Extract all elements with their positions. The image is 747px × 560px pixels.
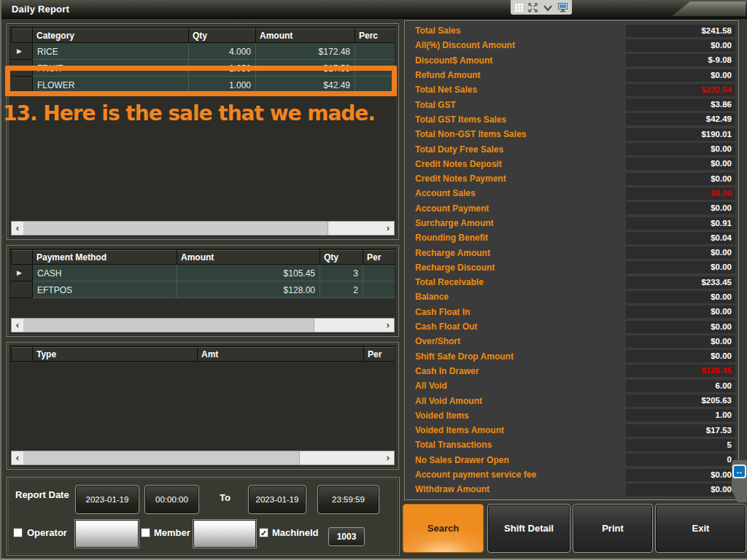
table-row[interactable]: EFTPOS$128.002 bbox=[11, 281, 395, 298]
stat-value: $0.00 bbox=[626, 187, 735, 200]
teamviewer-icon[interactable]: ↔ bbox=[732, 464, 746, 478]
scroll-thumb[interactable] bbox=[23, 222, 328, 235]
stat-row: Credit Notes Deposit$0.00 bbox=[405, 157, 738, 171]
stat-label: Withdraw Amount bbox=[405, 484, 626, 494]
stat-label: All Void Amount bbox=[405, 396, 626, 406]
print-button[interactable]: Print bbox=[573, 504, 653, 553]
stat-row: Total Duty Free Sales$0.00 bbox=[405, 141, 738, 156]
stat-value: $0.00 bbox=[626, 69, 735, 82]
stat-value: $0.04 bbox=[626, 232, 735, 244]
scroll-thumb[interactable] bbox=[23, 451, 300, 464]
column-header[interactable]: Per bbox=[363, 249, 395, 265]
machineid-value-button[interactable]: 1003 bbox=[328, 527, 365, 546]
stat-label: Refund Amount bbox=[405, 70, 626, 80]
cell: RICE bbox=[33, 43, 189, 60]
monitor-icon[interactable] bbox=[557, 2, 568, 12]
scroll-track[interactable] bbox=[23, 451, 382, 464]
member-checkbox[interactable] bbox=[141, 528, 150, 537]
cell: 3 bbox=[320, 265, 363, 281]
scroll-right-icon[interactable]: › bbox=[382, 319, 394, 332]
column-header[interactable]: Per bbox=[364, 346, 395, 362]
search-button[interactable]: Search bbox=[403, 504, 484, 553]
stat-row: Account Sales$0.00 bbox=[405, 186, 738, 201]
column-header[interactable]: Type bbox=[33, 346, 198, 362]
titlebar-tab bbox=[671, 1, 746, 17]
stat-value: $233.45 bbox=[626, 276, 735, 289]
scroll-thumb[interactable] bbox=[23, 319, 314, 332]
operator-checkbox[interactable] bbox=[13, 528, 23, 537]
stat-row: Voided Items1.00 bbox=[405, 408, 738, 423]
column-header[interactable]: Category bbox=[33, 28, 189, 43]
scroll-left-icon[interactable]: ‹ bbox=[12, 222, 23, 235]
stat-row: Recharge Discount$0.00 bbox=[405, 260, 738, 275]
table-row[interactable]: ▶CASH$105.453 bbox=[11, 265, 395, 281]
column-header[interactable]: Amount bbox=[256, 28, 355, 43]
scroll-left-icon[interactable]: ‹ bbox=[12, 319, 23, 332]
stat-row: Shift Safe Drop Amount$0.00 bbox=[405, 349, 738, 364]
stat-row: Discount$ Amount$-9.08 bbox=[405, 53, 738, 68]
row-selector[interactable] bbox=[11, 281, 33, 298]
stat-value: 1.00 bbox=[626, 409, 735, 421]
scroll-left-icon[interactable]: ‹ bbox=[12, 451, 23, 464]
stat-value: $241.58 bbox=[626, 25, 735, 37]
stat-row: Total Receivable$233.45 bbox=[405, 275, 738, 289]
shift-detail-button[interactable]: Shift Detail bbox=[487, 504, 570, 553]
annotation-highlight-box bbox=[5, 66, 397, 96]
to-date-button[interactable]: 2023-01-19 bbox=[248, 485, 306, 514]
stat-row: Credit Notes Payment$0.00 bbox=[405, 171, 738, 186]
stat-row: Total GST$3.86 bbox=[405, 97, 738, 112]
stat-label: Total GST bbox=[405, 100, 626, 110]
from-time-button[interactable]: 00:00:00 bbox=[144, 485, 199, 514]
machineid-checkbox[interactable]: ✓ bbox=[259, 528, 268, 537]
column-header[interactable]: Qty bbox=[320, 249, 363, 265]
payment-table-hscrollbar[interactable]: ‹ › bbox=[11, 318, 395, 332]
stat-label: Credit Notes Payment bbox=[405, 174, 626, 184]
stat-value: $0.00 bbox=[626, 173, 735, 185]
stat-label: Total Sales bbox=[405, 26, 626, 36]
member-input[interactable] bbox=[193, 520, 256, 548]
column-header[interactable]: Qty bbox=[189, 28, 256, 43]
stat-row: Cash In Drawer$105.45 bbox=[405, 364, 738, 378]
stat-label: Total Duty Free Sales bbox=[405, 144, 626, 155]
scroll-track[interactable] bbox=[23, 319, 382, 332]
chevron-down-icon[interactable] bbox=[543, 3, 553, 12]
column-header[interactable]: Payment Method bbox=[33, 249, 177, 265]
scroll-track[interactable] bbox=[23, 222, 382, 235]
stat-value: 5 bbox=[626, 439, 735, 451]
scroll-right-icon[interactable]: › bbox=[382, 451, 394, 464]
stat-label: Cash In Drawer bbox=[405, 366, 626, 376]
column-header[interactable]: Amt bbox=[198, 346, 364, 362]
stat-label: Balance bbox=[405, 292, 626, 302]
from-date-button[interactable]: 2023-01-19 bbox=[75, 485, 139, 514]
machineid-label: MachineId bbox=[272, 527, 319, 538]
column-header[interactable]: Perc bbox=[355, 28, 395, 43]
operator-input[interactable] bbox=[75, 520, 139, 548]
stat-value: $190.01 bbox=[626, 128, 735, 141]
summary-stats-panel: Total Sales$241.58All(%) Discount Amount… bbox=[404, 20, 739, 500]
row-selector[interactable]: ▶ bbox=[11, 265, 33, 281]
scroll-right-icon[interactable]: › bbox=[382, 222, 394, 235]
expand-icon[interactable] bbox=[528, 3, 538, 12]
row-selector[interactable]: ▶ bbox=[11, 43, 33, 60]
stat-label: All Void bbox=[405, 381, 626, 391]
stat-row: Total Non-GST Items Sales$190.01 bbox=[405, 127, 738, 141]
exit-button[interactable]: Exit bbox=[655, 504, 746, 553]
stat-row: All(%) Discount Amount$0.00 bbox=[405, 38, 738, 52]
stat-value: $17.53 bbox=[626, 424, 735, 437]
stat-value: $0.00 bbox=[626, 321, 735, 333]
stat-label: All(%) Discount Amount bbox=[405, 40, 626, 50]
type-table-hscrollbar[interactable]: ‹ › bbox=[11, 451, 395, 465]
stat-label: Total Non-GST Items Sales bbox=[405, 129, 626, 139]
stat-label: Over/Short bbox=[405, 336, 626, 346]
column-header[interactable]: Amount bbox=[177, 249, 320, 265]
remote-control-toolbar bbox=[511, 0, 572, 15]
annotation-text: 13. Here is the sale that we made. bbox=[3, 101, 398, 125]
stat-row: Refund Amount$0.00 bbox=[405, 68, 738, 82]
to-time-button[interactable]: 23:59:59 bbox=[317, 485, 379, 514]
grid-icon[interactable] bbox=[514, 3, 524, 12]
cell: CASH bbox=[33, 265, 177, 281]
category-table-hscrollbar[interactable]: ‹ › bbox=[11, 221, 395, 236]
member-label: Member N bbox=[154, 527, 193, 538]
table-row[interactable]: ▶RICE4.000$172.48 bbox=[11, 43, 395, 60]
table-header-row: CategoryQtyAmountPerc bbox=[11, 28, 395, 43]
